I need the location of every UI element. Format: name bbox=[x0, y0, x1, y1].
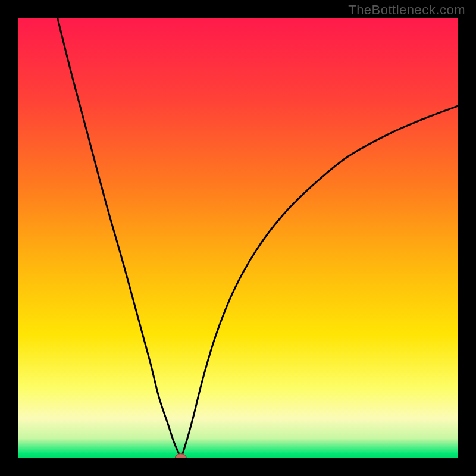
plot-area bbox=[18, 18, 458, 458]
watermark-text: TheBottleneck.com bbox=[348, 2, 465, 18]
chart-svg bbox=[18, 18, 458, 458]
chart-frame: TheBottleneck.com bbox=[0, 0, 476, 476]
gradient-background bbox=[18, 18, 458, 458]
